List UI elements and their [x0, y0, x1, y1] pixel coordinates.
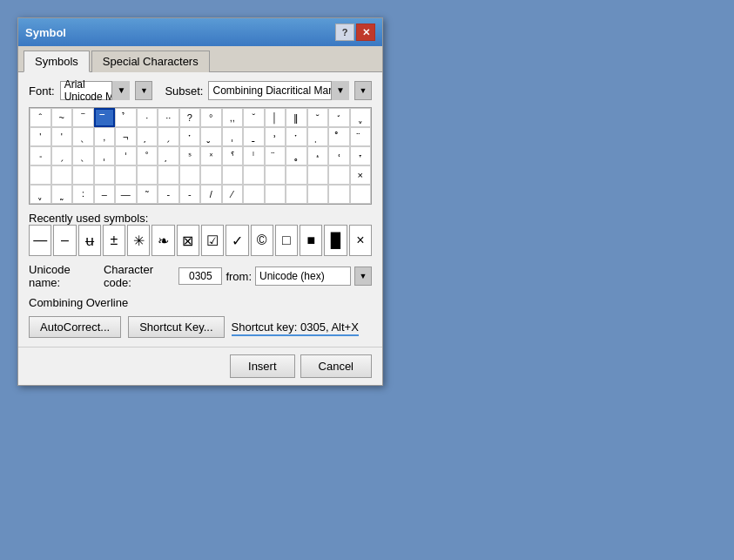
symbol-cell[interactable]: ˬ	[30, 185, 51, 204]
recent-symbol-cell[interactable]: █	[324, 225, 347, 256]
symbol-cell[interactable]	[265, 185, 286, 204]
recent-symbol-cell[interactable]: ☑	[201, 225, 224, 256]
symbol-cell[interactable]: ,	[94, 127, 116, 146]
symbol-cell[interactable]: ̅	[94, 108, 116, 127]
symbol-cell[interactable]: ˈ	[115, 146, 137, 165]
symbol-cell[interactable]: ˘	[307, 108, 329, 127]
symbol-cell[interactable]	[200, 165, 222, 185]
recent-symbol-cell[interactable]: ʉ	[78, 225, 101, 256]
tab-symbols[interactable]: Symbols	[24, 51, 90, 72]
symbol-cell[interactable]	[350, 185, 372, 204]
symbol-cell[interactable]: ˗	[30, 146, 51, 165]
symbol-cell[interactable]: ̊	[328, 127, 350, 146]
symbol-cell[interactable]: ˍ	[243, 127, 265, 146]
symbol-cell[interactable]: ˳	[286, 146, 307, 165]
symbol-cell[interactable]: ̮	[200, 127, 222, 146]
symbol-cell[interactable]: ‾	[72, 108, 94, 127]
symbol-cell[interactable]: –	[94, 185, 116, 204]
recent-symbol-cell[interactable]: —	[29, 225, 51, 256]
recent-symbol-cell[interactable]: ■	[300, 225, 322, 256]
symbol-cell[interactable]: ̦	[158, 146, 179, 165]
symbol-cell[interactable]: ~	[51, 108, 73, 127]
symbol-cell[interactable]: ‖	[286, 108, 307, 127]
symbol-cell[interactable]	[94, 165, 116, 185]
symbol-cell[interactable]: ¬	[115, 127, 137, 146]
recent-symbol-cell[interactable]: ✳	[127, 225, 150, 256]
symbol-cell[interactable]	[222, 165, 244, 185]
symbol-cell[interactable]: ··	[158, 108, 179, 127]
symbol-cell[interactable]	[286, 185, 307, 204]
symbol-cell[interactable]: ˎ	[72, 146, 94, 165]
symbol-cell[interactable]: ·	[137, 108, 158, 127]
subset-dropdown-arrow[interactable]: ▼	[354, 81, 372, 100]
symbol-cell[interactable]: ‐	[158, 185, 179, 204]
symbol-cell[interactable]	[243, 165, 265, 185]
symbol-cell[interactable]: ˌ	[222, 127, 244, 146]
symbol-cell[interactable]: │	[265, 108, 286, 127]
subset-select[interactable]: Combining Diacritical Marks	[208, 81, 349, 100]
recent-symbol-cell[interactable]: ©	[251, 225, 273, 256]
help-button[interactable]: ?	[335, 24, 354, 41]
recent-symbol-cell[interactable]: □	[275, 225, 298, 256]
recent-symbol-cell[interactable]: –	[53, 225, 76, 256]
recent-symbol-cell[interactable]: ❧	[152, 225, 174, 256]
symbol-cell[interactable]	[243, 185, 265, 204]
symbol-cell[interactable]	[179, 165, 201, 185]
symbol-cell[interactable]: '	[30, 127, 51, 146]
symbol-cell[interactable]: ˓	[328, 146, 350, 165]
font-select[interactable]: Arial Unicode MS	[60, 81, 131, 100]
symbol-cell[interactable]: ˷	[51, 185, 73, 204]
symbol-cell[interactable]: ˣ	[200, 146, 222, 165]
symbol-cell[interactable]: ̉	[115, 108, 137, 127]
symbol-cell[interactable]: ,,	[222, 108, 244, 127]
symbol-cell[interactable]: ˒	[265, 127, 286, 146]
symbol-cell[interactable]	[158, 165, 179, 185]
insert-button[interactable]: Insert	[230, 354, 295, 378]
symbol-cell[interactable]: ˕	[350, 146, 372, 165]
autocorrect-button[interactable]: AutoCorrect...	[29, 316, 121, 338]
symbol-cell[interactable]	[51, 165, 73, 185]
symbol-cell[interactable]: ˏ	[51, 146, 73, 165]
symbol-cell[interactable]	[30, 165, 51, 185]
tab-special-characters[interactable]: Special Characters	[91, 51, 210, 72]
close-button[interactable]: ✕	[356, 24, 375, 41]
symbol-cell[interactable]	[328, 165, 350, 185]
font-dropdown-arrow[interactable]: ▼	[135, 81, 152, 100]
symbol-cell[interactable]	[328, 185, 350, 204]
symbol-cell[interactable]: ×	[350, 165, 372, 185]
symbol-cell[interactable]	[307, 165, 329, 185]
symbol-cell[interactable]	[286, 165, 307, 185]
cancel-button[interactable]: Cancel	[300, 354, 372, 378]
symbol-cell[interactable]: ̦	[137, 127, 158, 146]
recent-symbol-cell[interactable]: ⊠	[177, 225, 199, 256]
symbol-cell[interactable]: °	[200, 108, 222, 127]
symbol-cell[interactable]: ˜	[137, 185, 158, 204]
shortcut-key-button[interactable]: Shortcut Key...	[128, 316, 224, 338]
symbol-cell[interactable]: ̈	[350, 127, 372, 146]
symbol-cell[interactable]: —	[115, 185, 137, 204]
symbol-cell[interactable]: ˬ	[350, 108, 372, 127]
char-code-input[interactable]	[178, 267, 222, 285]
symbol-cell[interactable]: ̛	[328, 108, 350, 127]
symbol-cell[interactable]: ˆ	[30, 108, 51, 127]
from-select[interactable]: Unicode (hex)	[255, 267, 351, 286]
symbol-cell[interactable]	[307, 185, 329, 204]
symbol-cell[interactable]: ˔	[307, 146, 329, 165]
symbol-cell[interactable]: ˇ	[243, 108, 265, 127]
symbol-cell[interactable]	[115, 165, 137, 185]
symbol-cell[interactable]: ˑ	[179, 127, 201, 146]
symbol-cell[interactable]: ˏ	[158, 127, 179, 146]
symbol-cell[interactable]: '	[51, 127, 73, 146]
symbol-cell[interactable]	[72, 165, 94, 185]
symbol-cell[interactable]: ⁄	[222, 185, 244, 204]
recent-symbol-cell[interactable]: ✓	[226, 225, 248, 256]
symbol-cell[interactable]	[265, 165, 286, 185]
symbol-cell[interactable]: /	[200, 185, 222, 204]
symbol-cell[interactable]: ˚	[137, 146, 158, 165]
recent-symbol-cell[interactable]: ×	[349, 225, 372, 256]
symbol-cell[interactable]: ˎ	[72, 127, 94, 146]
symbol-cell[interactable]: ˡ	[243, 146, 265, 165]
symbol-cell[interactable]: ˌ	[94, 146, 116, 165]
symbol-cell[interactable]: ˢ	[179, 146, 201, 165]
from-dropdown-arrow[interactable]: ▼	[354, 267, 372, 286]
